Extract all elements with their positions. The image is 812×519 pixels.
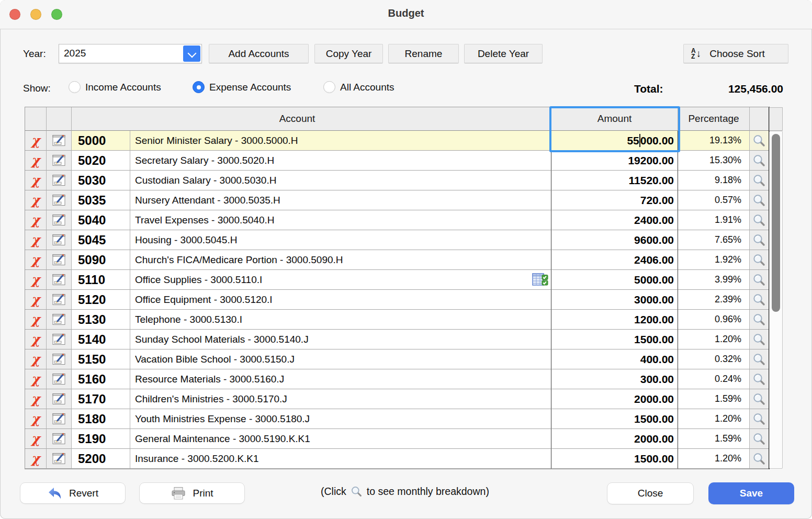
amount-cell[interactable]: 9600.00 [551, 230, 678, 250]
edit-account-button[interactable] [47, 290, 72, 310]
radio-expense-accounts[interactable]: Expense Accounts [193, 81, 291, 93]
account-description-cell[interactable]: Sunday School Materials - 3000.5140.J [130, 330, 551, 349]
amount-cell[interactable]: 1500.00 [551, 330, 678, 349]
account-number-cell[interactable]: 5150 [72, 349, 130, 369]
edit-account-button[interactable] [47, 171, 72, 190]
delete-account-button[interactable]: χ [25, 250, 47, 270]
account-description-cell[interactable]: Nursery Attendant - 3000.5035.H [130, 190, 551, 210]
account-number-cell[interactable]: 5200 [72, 449, 130, 469]
delete-account-button[interactable]: χ [25, 369, 47, 389]
account-number-cell[interactable]: 5090 [72, 250, 130, 270]
edit-account-button[interactable] [47, 409, 72, 429]
delete-account-button[interactable]: χ [25, 310, 47, 330]
scrollbar-thumb[interactable] [772, 134, 780, 312]
account-number-cell[interactable]: 5180 [72, 409, 130, 429]
account-number-cell[interactable]: 5110 [72, 270, 130, 290]
account-description-cell[interactable]: Youth Ministries Expense - 3000.5180.J [130, 409, 551, 429]
monthly-breakdown-magnifier-button[interactable] [750, 429, 769, 449]
edit-account-button[interactable] [47, 369, 72, 389]
amount-cell[interactable]: 720.00 [551, 190, 678, 210]
delete-account-button[interactable]: χ [25, 330, 47, 349]
account-description-cell[interactable]: Housing - 3000.5045.H [130, 230, 551, 250]
monthly-breakdown-magnifier-button[interactable] [750, 369, 769, 389]
save-button[interactable]: Save [708, 482, 794, 504]
monthly-breakdown-magnifier-button[interactable] [750, 449, 769, 469]
amount-cell[interactable]: 19200.00 [551, 151, 678, 171]
monthly-breakdown-magnifier-button[interactable] [750, 270, 769, 290]
add-accounts-button[interactable]: Add Accounts [209, 44, 309, 63]
edit-account-button[interactable] [47, 349, 72, 369]
account-number-cell[interactable]: 5035 [72, 190, 130, 210]
amount-cell[interactable]: 3000.00 [551, 290, 678, 310]
monthly-breakdown-magnifier-button[interactable] [750, 290, 769, 310]
delete-account-button[interactable]: χ [25, 389, 47, 409]
delete-account-button[interactable]: χ [25, 349, 47, 369]
account-number-cell[interactable]: 5130 [72, 310, 130, 330]
header-percentage[interactable]: Percentage [678, 107, 750, 131]
header-account[interactable]: Account [72, 107, 551, 131]
account-description-cell[interactable]: Vacation Bible School - 3000.5150.J [130, 349, 551, 369]
monthly-breakdown-magnifier-button[interactable] [750, 389, 769, 409]
delete-account-button[interactable]: χ [25, 270, 47, 290]
edit-account-button[interactable] [47, 330, 72, 349]
rename-button[interactable]: Rename [388, 44, 459, 63]
account-description-cell[interactable]: Telephone - 3000.5130.I [130, 310, 551, 330]
delete-account-button[interactable]: χ [25, 429, 47, 449]
delete-account-button[interactable]: χ [25, 210, 47, 230]
copy-year-button[interactable]: Copy Year [314, 44, 383, 63]
delete-account-button[interactable]: χ [25, 171, 47, 190]
account-description-cell[interactable]: Custodian Salary - 3000.5030.H [130, 171, 551, 190]
monthly-breakdown-magnifier-button[interactable] [750, 230, 769, 250]
monthly-breakdown-magnifier-button[interactable] [750, 171, 769, 190]
amount-cell[interactable]: 5000.00 [551, 270, 678, 290]
revert-button[interactable]: Revert [20, 482, 126, 504]
amount-cell[interactable]: 300.00 [551, 369, 678, 389]
account-number-cell[interactable]: 5020 [72, 151, 130, 171]
account-number-cell[interactable]: 5120 [72, 290, 130, 310]
year-select[interactable]: 2025 [59, 44, 202, 63]
account-description-cell[interactable]: Travel Expenses - 3000.5040.H [130, 210, 551, 230]
monthly-breakdown-magnifier-button[interactable] [750, 210, 769, 230]
account-number-cell[interactable]: 5140 [72, 330, 130, 349]
delete-year-button[interactable]: Delete Year [464, 44, 543, 63]
amount-cell[interactable]: 2000.00 [551, 389, 678, 409]
account-description-cell[interactable]: Church's FICA/Medicare Portion - 3000.50… [130, 250, 551, 270]
delete-account-button[interactable]: χ [25, 190, 47, 210]
account-description-cell[interactable]: Secretary Salary - 3000.5020.H [130, 151, 551, 171]
edit-account-button[interactable] [47, 429, 72, 449]
edit-account-button[interactable] [47, 131, 72, 151]
edit-account-button[interactable] [47, 210, 72, 230]
account-description-cell[interactable]: Resource Materials - 3000.5160.J [130, 369, 551, 389]
radio-income-accounts[interactable]: Income Accounts [69, 81, 161, 93]
account-description-cell[interactable]: Office Supplies - 3000.5110.I [130, 270, 551, 290]
account-number-cell[interactable]: 5170 [72, 389, 130, 409]
edit-account-button[interactable] [47, 190, 72, 210]
account-number-cell[interactable]: 5000 [72, 131, 130, 151]
monthly-breakdown-magnifier-button[interactable] [750, 131, 769, 151]
monthly-breakdown-magnifier-button[interactable] [750, 330, 769, 349]
delete-account-button[interactable]: χ [25, 131, 47, 151]
header-amount[interactable]: Amount [551, 107, 678, 131]
monthly-breakdown-magnifier-button[interactable] [750, 409, 769, 429]
monthly-breakdown-magnifier-button[interactable] [750, 250, 769, 270]
delete-account-button[interactable]: χ [25, 449, 47, 469]
account-number-cell[interactable]: 5190 [72, 429, 130, 449]
delete-account-button[interactable]: χ [25, 409, 47, 429]
monthly-breakdown-magnifier-button[interactable] [750, 190, 769, 210]
account-number-cell[interactable]: 5040 [72, 210, 130, 230]
amount-cell[interactable]: 2400.00 [551, 210, 678, 230]
account-number-cell[interactable]: 5160 [72, 369, 130, 389]
amount-cell[interactable]: 1500.00 [551, 409, 678, 429]
choose-sort-button[interactable]: AZ ↓ Choose Sort [683, 44, 788, 63]
edit-account-button[interactable] [47, 449, 72, 469]
radio-all-accounts[interactable]: All Accounts [323, 81, 394, 93]
amount-cell[interactable]: 1500.00 [551, 449, 678, 469]
amount-cell[interactable]: 11520.00 [551, 171, 678, 190]
amount-cell[interactable]: 55000.00 [551, 131, 678, 151]
account-description-cell[interactable]: Insurance - 3000.5200.K.K1 [130, 449, 551, 469]
edit-account-button[interactable] [47, 151, 72, 171]
delete-account-button[interactable]: χ [25, 151, 47, 171]
account-number-cell[interactable]: 5045 [72, 230, 130, 250]
account-description-cell[interactable]: Office Equipment - 3000.5120.I [130, 290, 551, 310]
print-button[interactable]: Print [139, 482, 245, 504]
